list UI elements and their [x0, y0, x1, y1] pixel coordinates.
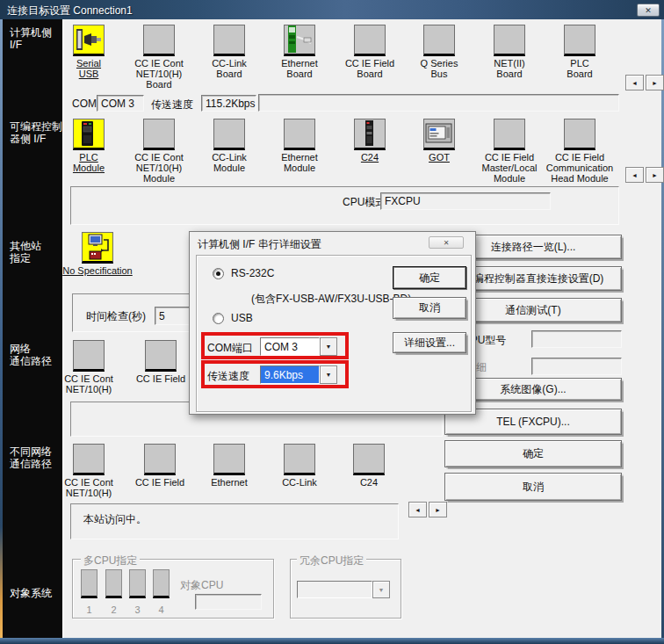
- plcif-got[interactable]: GOT: [404, 119, 474, 163]
- dialog-cancel-button[interactable]: 取消: [393, 297, 466, 319]
- c24-icon: [354, 119, 386, 150]
- icon-label: CC IE Field Board: [335, 58, 405, 79]
- plcif-plc-module[interactable]: PLC Module: [54, 119, 124, 173]
- scroll-left-button[interactable]: ◄: [625, 167, 644, 183]
- dropdown-button[interactable]: ▼: [320, 365, 337, 384]
- network-route-ccie-field[interactable]: CC IE Field: [126, 340, 196, 384]
- icon-label: CC-Link Board: [194, 58, 264, 79]
- cpu-type-field: [531, 330, 622, 348]
- empty-board-icon: [564, 119, 595, 150]
- com-port-combobox[interactable]: COM 3 ▼: [260, 337, 337, 356]
- diff-route-ccie-field[interactable]: CC IE Field: [125, 444, 195, 488]
- scroll-right-button[interactable]: ►: [429, 502, 447, 517]
- window-border-bottom: [0, 638, 664, 644]
- sidebar-item-different-network-route: 不同网络 通信路径: [10, 445, 52, 470]
- time-check-input[interactable]: 5: [155, 307, 193, 325]
- transmission-speed-combobox[interactable]: 9.6Kbps ▼: [260, 365, 337, 384]
- diff-route-c24[interactable]: C24: [334, 444, 404, 488]
- empty-board-icon: [144, 444, 176, 475]
- icon-label: No Specification: [49, 265, 146, 276]
- plcif-cclink-module[interactable]: CC-Link Module: [194, 119, 264, 173]
- dialog-close-button[interactable]: ✕: [429, 236, 464, 249]
- access-status-panel: 本站访问中。: [70, 503, 399, 539]
- pcif-ethernet-board[interactable]: Ethernet Board: [264, 25, 335, 79]
- pcif-scroll-arrows: ◄ ►: [625, 75, 664, 90]
- cpu-slot-number: 4: [153, 604, 170, 615]
- pcif-cclink-board[interactable]: CC-Link Board: [194, 25, 264, 79]
- other-station-no-specification[interactable]: No Specification: [49, 232, 146, 276]
- dropdown-button[interactable]: ▼: [320, 337, 337, 356]
- serial-usb-icon: [73, 25, 105, 56]
- empty-board-icon: [284, 444, 315, 475]
- ok-button[interactable]: 确定: [444, 440, 622, 467]
- icon-label: CC IE Field: [126, 373, 196, 384]
- title-bar: 连接目标设置 Connection1: [0, 0, 664, 19]
- com-label: COM: [72, 98, 97, 110]
- diff-route-ethernet[interactable]: Ethernet: [194, 444, 264, 488]
- cpu-slot-number: 2: [105, 604, 122, 615]
- transmission-speed-label: 传送速度: [207, 369, 249, 384]
- empty-board-icon: [284, 119, 315, 150]
- dialog-detail-setting-button[interactable]: 详细设置...: [393, 332, 466, 353]
- time-check-value: 5: [159, 310, 165, 322]
- target-cpu-label: 对象CPU: [180, 578, 223, 593]
- got-icon: [423, 119, 455, 150]
- rs232c-radio-label: RS-232C: [231, 267, 274, 279]
- empty-board-icon: [213, 444, 245, 475]
- pcif-ccie-field-board[interactable]: CC IE Field Board: [335, 25, 405, 79]
- icon-label: Q Series Bus: [404, 58, 474, 79]
- empty-board-icon: [353, 444, 385, 475]
- multi-cpu-group-title: 多CPU指定: [81, 554, 140, 568]
- empty-board-icon: [143, 119, 175, 150]
- close-icon: ✕: [444, 239, 450, 247]
- network-route-ccie-cont[interactable]: CC IE Cont NET/10(H): [54, 340, 124, 394]
- dialog-ok-button[interactable]: 确定: [393, 266, 466, 289]
- usb-radio[interactable]: [213, 313, 224, 324]
- diff-route-cclink[interactable]: CC-Link: [264, 444, 335, 488]
- pcif-net2-board[interactable]: NET(II) Board: [474, 25, 545, 79]
- scroll-right-button[interactable]: ►: [646, 75, 664, 90]
- dropdown-button: ▼: [372, 581, 390, 598]
- baud-value-field: 115.2Kbps: [201, 95, 256, 112]
- baud-value: 115.2Kbps: [206, 98, 256, 110]
- pcif-serial-usb[interactable]: Serial USB: [54, 25, 124, 79]
- close-icon: ✕: [645, 6, 652, 15]
- scroll-right-button[interactable]: ►: [646, 167, 664, 183]
- pcif-ccie-cont-board[interactable]: CC IE Cont NET/10(H) Board: [124, 25, 194, 90]
- arrow-left-icon: ◄: [632, 172, 638, 178]
- plcif-ccie-field-head[interactable]: CC IE Field Communication Head Module: [545, 119, 615, 184]
- rs232c-radio[interactable]: [213, 268, 224, 279]
- transmission-speed-value: 9.6Kbps: [260, 365, 320, 384]
- empty-board-icon: [73, 340, 105, 372]
- plcif-scroll-arrows: ◄ ►: [625, 167, 664, 183]
- cancel-button[interactable]: 取消: [444, 473, 622, 501]
- chevron-down-icon: ▼: [326, 372, 332, 378]
- icon-label: PLC Module: [54, 152, 124, 173]
- diff-route-scroll-arrows: ◄ ►: [408, 502, 447, 517]
- plcif-ethernet-module[interactable]: Ethernet Module: [264, 119, 335, 173]
- usb-radio-label: USB: [231, 312, 253, 324]
- icon-label: C24: [335, 152, 405, 163]
- icon-label: CC IE Field Master/Local Module: [474, 152, 545, 184]
- plcif-ccie-cont-module[interactable]: CC IE Cont NET/10(H) Module: [124, 119, 194, 184]
- scroll-left-button[interactable]: ◄: [625, 75, 644, 90]
- diff-route-ccie-cont[interactable]: CC IE Cont NET/10(H): [54, 444, 124, 498]
- cpu-slot-4: [153, 569, 170, 598]
- window-close-button[interactable]: ✕: [637, 4, 660, 17]
- scroll-left-button[interactable]: ◄: [408, 502, 427, 517]
- arrow-right-icon: ►: [652, 172, 658, 178]
- plcif-ccie-field-master[interactable]: CC IE Field Master/Local Module: [474, 119, 545, 184]
- chevron-down-icon: ▼: [379, 587, 385, 593]
- empty-board-icon: [494, 25, 525, 56]
- plcif-c24[interactable]: C24: [335, 119, 405, 163]
- icon-label: CC-Link Module: [194, 152, 264, 173]
- section-sidebar: 计算机侧 I/F 可编程控制 器侧 I/F 其他站 指定 网络 通信路径 不同网…: [3, 19, 62, 638]
- pcif-plc-board[interactable]: PLC Board: [545, 25, 615, 79]
- cpu-mode-field: FXCPU: [380, 192, 551, 210]
- arrow-right-icon: ►: [652, 80, 658, 86]
- empty-board-icon: [213, 119, 245, 150]
- icon-label: CC-Link: [264, 477, 335, 488]
- icon-label: CC IE Field: [125, 477, 195, 488]
- transfer-setup-window: 连接目标设置 Connection1 ✕ 计算机侧 I/F 可编程控制 器侧 I…: [0, 0, 664, 644]
- pcif-q-series-bus[interactable]: Q Series Bus: [404, 25, 474, 79]
